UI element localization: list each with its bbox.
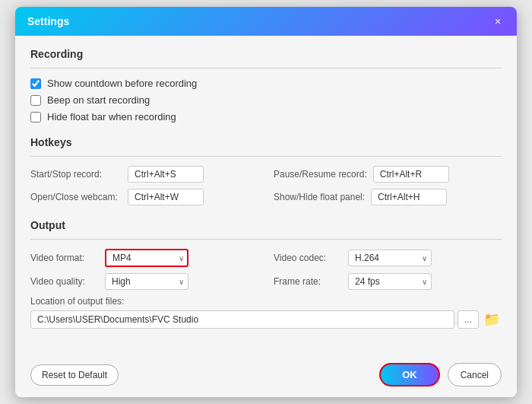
webcam-label: Open/Close webcam: xyxy=(30,192,122,202)
beep-checkbox[interactable] xyxy=(30,95,41,106)
pause-resume-input[interactable] xyxy=(373,166,449,183)
video-quality-select[interactable]: High Medium Low xyxy=(105,273,188,290)
hotkeys-title: Hotkeys xyxy=(30,136,502,148)
video-codec-row: Video codec: H.264 H.265 VP9 xyxy=(274,249,502,267)
video-format-select[interactable]: MP4 MKV AVI MOV GIF xyxy=(105,249,188,267)
float-panel-input[interactable] xyxy=(371,189,447,205)
location-label: Location of output files: xyxy=(30,296,502,307)
floatbar-checkbox[interactable] xyxy=(30,112,41,122)
title-bar: Settings × xyxy=(15,7,517,36)
footer-right-buttons: OK Cancel xyxy=(379,363,502,387)
pause-resume-label: Pause/Resume record: xyxy=(274,169,367,180)
video-format-select-wrapper: MP4 MKV AVI MOV GIF xyxy=(105,249,188,267)
frame-rate-label: Frame rate: xyxy=(274,276,342,287)
beep-label: Beep on start recording xyxy=(47,94,150,106)
video-quality-label: Video quality: xyxy=(30,276,99,287)
checkbox-row-1: Show countdown before recording xyxy=(30,78,502,89)
dialog-title: Settings xyxy=(27,15,69,27)
close-button[interactable]: × xyxy=(491,14,505,28)
video-codec-label: Video codec: xyxy=(274,253,342,263)
hotkeys-section: Hotkeys Start/Stop record: Pause/Resume … xyxy=(30,136,502,205)
folder-icon: 📁 xyxy=(483,312,500,327)
webcam-input[interactable] xyxy=(128,189,204,205)
dialog-body: Recording Show countdown before recordin… xyxy=(15,36,517,355)
frame-rate-row: Frame rate: 24 fps 30 fps 60 fps xyxy=(274,273,502,290)
reset-button[interactable]: Reset to Default xyxy=(30,364,119,386)
countdown-label: Show countdown before recording xyxy=(47,78,197,89)
video-format-row: Video format: MP4 MKV AVI MOV GIF xyxy=(30,249,258,267)
folder-button[interactable]: 📁 xyxy=(482,310,502,329)
hotkey-row-pause-resume: Pause/Resume record: xyxy=(274,166,502,183)
floatbar-label: Hide float bar when recording xyxy=(47,111,176,122)
file-location-row: ... 📁 xyxy=(30,310,502,329)
start-stop-input[interactable] xyxy=(128,166,204,183)
output-section: Output Video format: MP4 MKV AVI MOV GIF xyxy=(30,219,502,329)
countdown-checkbox[interactable] xyxy=(30,78,41,89)
hotkeys-grid: Start/Stop record: Pause/Resume record: … xyxy=(30,166,502,205)
video-codec-select-wrapper: H.264 H.265 VP9 xyxy=(348,250,432,266)
dialog-footer: Reset to Default OK Cancel xyxy=(15,355,517,397)
frame-rate-select-wrapper: 24 fps 30 fps 60 fps xyxy=(348,273,432,290)
checkbox-row-2: Beep on start recording xyxy=(30,94,502,106)
recording-section: Recording Show countdown before recordin… xyxy=(30,48,502,122)
frame-rate-select[interactable]: 24 fps 30 fps 60 fps xyxy=(348,273,432,290)
output-title: Output xyxy=(30,219,502,231)
start-stop-label: Start/Stop record: xyxy=(30,169,122,180)
recording-title: Recording xyxy=(30,48,502,60)
dots-button[interactable]: ... xyxy=(458,310,479,329)
hotkey-row-float-panel: Show/Hide float panel: xyxy=(274,189,502,205)
settings-dialog: Settings × Recording Show countdown befo… xyxy=(15,7,517,397)
ok-button[interactable]: OK xyxy=(379,363,440,387)
video-format-label: Video format: xyxy=(30,253,99,263)
video-quality-row: Video quality: High Medium Low xyxy=(30,273,258,290)
cancel-button[interactable]: Cancel xyxy=(448,363,502,387)
video-quality-select-wrapper: High Medium Low xyxy=(105,273,188,290)
output-grid: Video format: MP4 MKV AVI MOV GIF Video … xyxy=(30,249,502,290)
hotkey-row-start-stop: Start/Stop record: xyxy=(30,166,258,183)
video-codec-select[interactable]: H.264 H.265 VP9 xyxy=(348,250,432,266)
float-panel-label: Show/Hide float panel: xyxy=(274,192,365,202)
hotkey-row-webcam: Open/Close webcam: xyxy=(30,189,258,205)
file-path-input[interactable] xyxy=(30,310,454,329)
checkbox-row-3: Hide float bar when recording xyxy=(30,111,502,122)
